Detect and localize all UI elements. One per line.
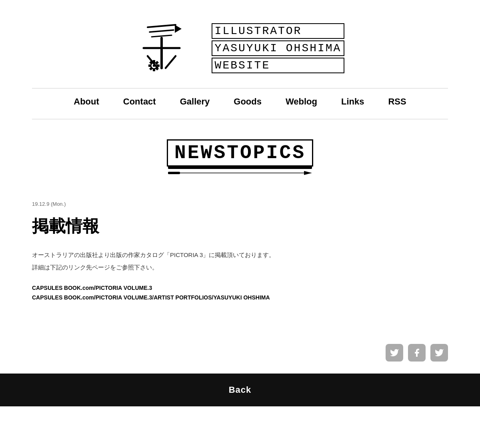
site-logo	[136, 16, 200, 80]
body-line-1: オーストラリアの出版社より出版の作家カタログ「PICTORIA 3」に掲載頂いて…	[32, 249, 448, 260]
twitter-bird-svg	[390, 348, 399, 358]
svg-line-2	[152, 35, 172, 37]
svg-rect-14	[153, 69, 155, 71]
svg-rect-16	[148, 64, 150, 67]
title-line-2: YASUYUKI OHSHIMA	[212, 40, 345, 56]
nav-rss[interactable]: RSS	[388, 96, 406, 107]
svg-rect-10	[153, 60, 155, 62]
article-body: オーストラリアの出版社より出版の作家カタログ「PICTORIA 3」に掲載頂いて…	[32, 249, 448, 273]
svg-marker-3	[175, 25, 182, 33]
nav-weblog[interactable]: Weblog	[286, 96, 317, 107]
nav-about[interactable]: About	[74, 96, 99, 107]
site-header: ILLUSTRATOR YASUYUKI OHSHIMA WEBSITE	[0, 0, 480, 88]
news-banner: NEWSTOPICS	[0, 119, 480, 189]
banner-decoration	[168, 169, 312, 177]
social-twitter-alt-icon[interactable]	[430, 344, 448, 362]
social-twitter-icon[interactable]	[386, 344, 403, 362]
social-facebook-icon[interactable]	[408, 344, 426, 362]
back-button[interactable]: Back	[0, 385, 480, 395]
news-banner-text: NEWSTOPICS	[167, 139, 313, 167]
facebook-svg	[412, 348, 422, 358]
nav-gallery[interactable]: Gallery	[180, 96, 210, 107]
svg-line-7	[166, 56, 176, 68]
link-1[interactable]: CAPSULES BOOK.com/PICTORIA VOLUME.3	[32, 285, 448, 291]
article-date: 19.12.9 (Mon.)	[32, 201, 448, 207]
nav-goods[interactable]: Goods	[234, 96, 262, 107]
title-line-1: ILLUSTRATOR	[212, 23, 345, 39]
main-nav: About Contact Gallery Goods Weblog Links…	[32, 88, 448, 119]
links-section: CAPSULES BOOK.com/PICTORIA VOLUME.3 CAPS…	[32, 285, 448, 301]
body-line-2: 詳細は下記のリンク先ページをご参照下さい。	[32, 262, 448, 273]
svg-line-0	[148, 25, 176, 27]
svg-rect-20	[168, 172, 180, 174]
logo-svg	[136, 16, 200, 80]
site-footer: Back	[0, 374, 480, 406]
nav-links[interactable]: Links	[341, 96, 364, 107]
title-line-3: WEBSITE	[212, 58, 345, 73]
svg-line-1	[150, 30, 174, 32]
svg-marker-19	[304, 171, 312, 175]
article-title: 掲載情報	[32, 215, 448, 237]
nav-contact[interactable]: Contact	[123, 96, 156, 107]
svg-point-9	[153, 64, 155, 67]
main-content: 19.12.9 (Mon.) 掲載情報 オーストラリアの出版社より出版の作家カタ…	[0, 189, 480, 328]
svg-rect-12	[158, 64, 160, 67]
site-title: ILLUSTRATOR YASUYUKI OHSHIMA WEBSITE	[212, 23, 345, 73]
twitter-alt-svg	[434, 348, 444, 358]
link-2[interactable]: CAPSULES BOOK.com/PICTORIA VOLUME.3/ARTI…	[32, 294, 448, 301]
social-icons-container	[0, 328, 480, 370]
